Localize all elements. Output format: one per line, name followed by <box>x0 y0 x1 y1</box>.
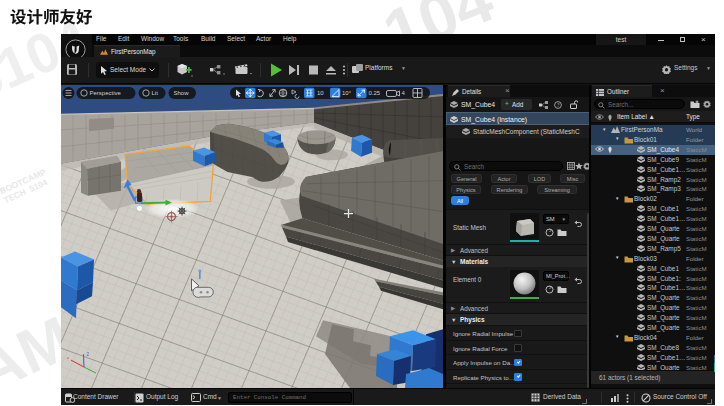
svg-text:10°: 10° <box>342 90 352 96</box>
svg-text:x: x <box>67 355 69 360</box>
svg-text:0.25: 0.25 <box>369 90 381 96</box>
svg-text:Show: Show <box>174 90 190 96</box>
svg-text:Perspective: Perspective <box>90 90 122 96</box>
svg-text:10: 10 <box>317 90 324 96</box>
svg-text:Lit: Lit <box>152 90 159 96</box>
svg-text:?: ? <box>557 102 560 108</box>
